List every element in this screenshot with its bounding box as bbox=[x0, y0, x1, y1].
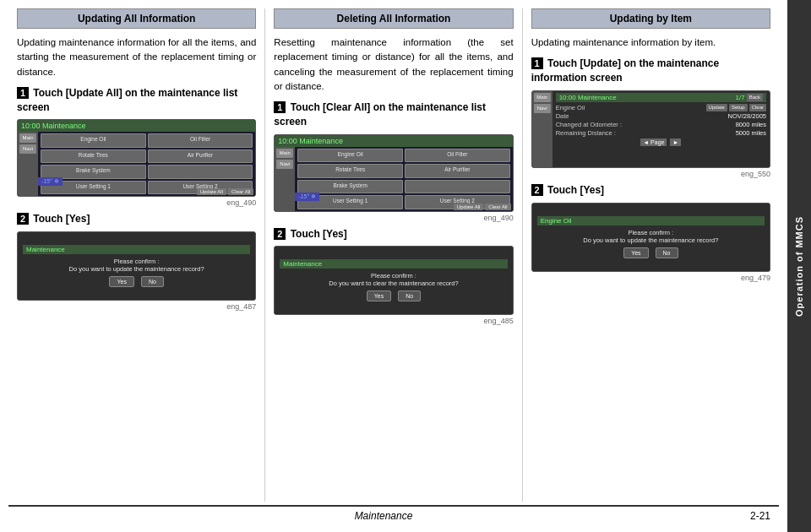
col1-caption2: eng_487 bbox=[17, 302, 256, 311]
col1-step1-heading: 1 Touch [Update All] on the maintenance … bbox=[17, 86, 256, 115]
no-btn-2[interactable]: No bbox=[398, 290, 421, 301]
step1-num: 1 bbox=[17, 87, 29, 99]
yes-btn-3[interactable]: Yes bbox=[623, 247, 648, 258]
maint-sidebar-2: Main Navi bbox=[275, 147, 295, 211]
confirm-buttons-2: Yes No bbox=[367, 290, 421, 301]
confirm-title-1: Maintenance bbox=[23, 245, 250, 254]
item-rotate-tires-1[interactable]: Rotate Tires bbox=[41, 149, 146, 164]
column-update-item: Updating by Item Updating maintenance in… bbox=[523, 8, 779, 502]
main-content: Updating All Information Updating mainte… bbox=[0, 0, 787, 532]
navi-btn-2[interactable]: Navi bbox=[276, 160, 293, 169]
yes-btn-2[interactable]: Yes bbox=[367, 290, 391, 301]
maint-body-2: Main Navi Engine Oil Oil Filter Rotate T… bbox=[275, 147, 512, 211]
confirm-inner-1: Maintenance Please confirm : Do you want… bbox=[18, 232, 255, 300]
col3-step1-num: 1 bbox=[531, 57, 543, 69]
col1-screen2: Maintenance Please confirm : Do you want… bbox=[17, 231, 256, 301]
update-btn[interactable]: Update bbox=[706, 104, 727, 111]
col3-screen2: Engine Oil Please confirm : Do you want … bbox=[531, 203, 770, 272]
item-date-row: Date NOV/28/2005 bbox=[556, 112, 766, 120]
maint-list-screen-2: 10:00 Maintenance Main Navi Engine Oil O… bbox=[275, 135, 512, 211]
item-header-bar: 10:00 Maintenance 1/7 Back bbox=[556, 93, 766, 102]
item-main-btn[interactable]: Main bbox=[534, 93, 551, 102]
col2-screen2: Maintenance Please confirm : Do you want… bbox=[274, 246, 513, 315]
item-air-purifier-1[interactable]: Air Purifier bbox=[148, 149, 253, 164]
col3-step2-num: 2 bbox=[531, 184, 543, 196]
page-info: 1/7 bbox=[736, 94, 745, 101]
maint-footer-2: Update All Clear All bbox=[452, 203, 513, 211]
item-oil-filter-2[interactable]: Oil Filter bbox=[405, 149, 510, 163]
col1-header: Updating All Information bbox=[17, 8, 256, 29]
confirm-text-3: Please confirm : Do you want to update t… bbox=[583, 229, 718, 244]
main-btn-1[interactable]: Main bbox=[19, 133, 36, 143]
item-oil-filter-1[interactable]: Oil Filter bbox=[148, 133, 253, 148]
clear-all-btn-1[interactable]: Clear All bbox=[228, 188, 253, 195]
confirm-inner-3: Engine Oil Please confirm : Do you want … bbox=[532, 204, 770, 271]
navi-btn-1[interactable]: Navi bbox=[19, 144, 36, 154]
col1-caption1: eng_490 bbox=[17, 198, 256, 207]
maint-list-screen-1: 10:00 Maintenance Main Navi Engine Oil O… bbox=[18, 120, 255, 196]
setup-btn[interactable]: Setup bbox=[729, 104, 748, 111]
no-btn-3[interactable]: No bbox=[656, 247, 678, 258]
main-btn-2[interactable]: Main bbox=[276, 149, 293, 158]
col2-body: Resetting maintenance information (the s… bbox=[274, 35, 513, 94]
col1-body: Updating maintenance information for all… bbox=[17, 35, 256, 79]
confirm-screen-2: Maintenance Please confirm : Do you want… bbox=[275, 247, 512, 314]
column-delete-all: Deleting All Information Resetting maint… bbox=[265, 8, 522, 502]
back-btn[interactable]: Back bbox=[747, 94, 763, 101]
remaining-label: Remaining Distance : bbox=[556, 129, 616, 137]
col3-body: Updating maintenance information by item… bbox=[531, 35, 770, 50]
maint-title-1: 10:00 Maintenance bbox=[21, 122, 86, 130]
prev-page-btn[interactable]: ◄ Page bbox=[640, 138, 667, 146]
col1-screen1: 10:00 Maintenance Main Navi Engine Oil O… bbox=[17, 119, 256, 197]
item-rotate-tires-2[interactable]: Rotate Tires bbox=[297, 164, 403, 178]
item-empty-2 bbox=[405, 180, 510, 194]
temp-bar-2: -15° ❄ bbox=[295, 193, 319, 201]
col2-caption1: eng_490 bbox=[274, 214, 513, 222]
odometer-label: Changed at Odometer : bbox=[556, 121, 622, 128]
item-remaining-row: Remaining Distance : 5000 miles bbox=[556, 129, 766, 137]
item-engine-oil-2[interactable]: Engine Oil bbox=[297, 149, 403, 163]
maint-sidebar-1: Main Navi bbox=[18, 132, 38, 196]
col2-step2-heading: 2 Touch [Yes] bbox=[274, 227, 513, 242]
maint-footer-1: Update All Clear All bbox=[195, 187, 256, 196]
col2-step1-heading: 1 Touch [Clear All] on the maintenance l… bbox=[274, 100, 513, 129]
footer-center: Maintenance bbox=[355, 510, 413, 522]
item-odometer-row: Changed at Odometer : 8000 miles bbox=[556, 121, 766, 128]
confirm-screen-3: Engine Oil Please confirm : Do you want … bbox=[532, 204, 770, 271]
update-all-btn-1[interactable]: Update All bbox=[197, 188, 226, 195]
confirm-inner-2: Maintenance Please confirm : Do you want… bbox=[275, 247, 512, 314]
remaining-value: 5000 miles bbox=[736, 129, 766, 137]
confirm-buttons-1: Yes No bbox=[109, 276, 163, 287]
step2-num-1: 2 bbox=[17, 213, 29, 225]
update-all-btn-2[interactable]: Update All bbox=[454, 204, 483, 210]
odometer-value: 8000 miles bbox=[736, 121, 766, 128]
confirm-title-3: Engine Oil bbox=[537, 216, 765, 225]
col3-step2-heading: 2 Touch [Yes] bbox=[531, 183, 770, 198]
clear-all-btn-2[interactable]: Clear All bbox=[485, 204, 510, 210]
next-page-btn[interactable]: ► bbox=[670, 138, 681, 146]
confirm-buttons-3: Yes No bbox=[623, 247, 678, 258]
col3-caption2: eng_479 bbox=[531, 274, 770, 282]
col2-caption2: eng_485 bbox=[274, 317, 513, 325]
item-navi-btn[interactable]: Navi bbox=[534, 104, 551, 113]
col3-caption1: eng_550 bbox=[531, 170, 770, 178]
maint-items-grid-1: Engine Oil Oil Filter Rotate Tires Air P… bbox=[38, 132, 255, 196]
col1-step2-heading: 2 Touch [Yes] bbox=[17, 212, 256, 226]
clear-btn[interactable]: Clear bbox=[749, 104, 766, 111]
item-engine-oil-1[interactable]: Engine Oil bbox=[41, 133, 146, 148]
item-title-row: Engine Oil Update Setup Clear bbox=[556, 104, 766, 111]
yes-btn-1[interactable]: Yes bbox=[109, 276, 133, 287]
item-header-btns: 1/7 Back bbox=[736, 94, 763, 101]
date-label: Date bbox=[556, 112, 569, 120]
no-btn-1[interactable]: No bbox=[141, 276, 164, 287]
item-air-purifier-2[interactable]: Air Purifier bbox=[405, 164, 510, 178]
maint-body-1: Main Navi Engine Oil Oil Filter Rotate T… bbox=[18, 132, 255, 196]
maint-title-2: 10:00 Maintenance bbox=[278, 137, 343, 145]
col2-step1-num: 1 bbox=[274, 101, 286, 113]
col2-screen1: 10:00 Maintenance Main Navi Engine Oil O… bbox=[274, 134, 513, 212]
item-empty-1 bbox=[148, 165, 253, 179]
date-value: NOV/28/2005 bbox=[728, 112, 766, 120]
col2-header: Deleting All Information bbox=[274, 8, 513, 29]
item-detail-screen: Main Navi 10:00 Maintenance 1/7 Back bbox=[532, 91, 770, 167]
sidebar-tab: Operation of MMCS bbox=[787, 0, 811, 532]
